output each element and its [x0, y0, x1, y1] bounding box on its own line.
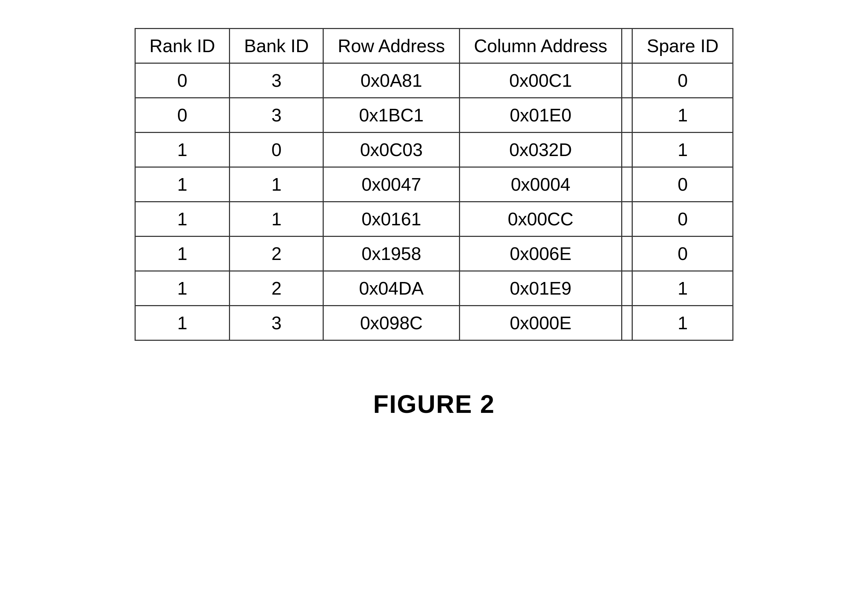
cell-bank-id: 1 — [230, 202, 323, 236]
cell-rank-id: 1 — [135, 271, 230, 306]
cell-row-address: 0x0A81 — [323, 63, 459, 98]
cell-row-address: 0x04DA — [323, 271, 459, 306]
cell-col-address: 0x0004 — [459, 167, 622, 202]
col-header-empty — [622, 29, 632, 63]
cell-bank-id: 0 — [230, 133, 323, 167]
cell-row-address: 0x0C03 — [323, 133, 459, 167]
data-table: Rank ID Bank ID Row Address Column Addre… — [135, 28, 734, 341]
table-row: 100x0C030x032D1 — [135, 133, 733, 167]
cell-col-address: 0x00CC — [459, 202, 622, 236]
col-header-col-address: Column Address — [459, 29, 622, 63]
cell-spare-id: 0 — [632, 167, 733, 202]
cell-empty — [622, 63, 632, 98]
table-row: 110x01610x00CC0 — [135, 202, 733, 236]
cell-rank-id: 1 — [135, 236, 230, 271]
table-row: 030x0A810x00C10 — [135, 63, 733, 98]
table-row: 030x1BC10x01E01 — [135, 98, 733, 133]
cell-spare-id: 1 — [632, 98, 733, 133]
cell-spare-id: 0 — [632, 202, 733, 236]
cell-col-address: 0x00C1 — [459, 63, 622, 98]
cell-rank-id: 0 — [135, 63, 230, 98]
cell-spare-id: 1 — [632, 271, 733, 306]
cell-empty — [622, 202, 632, 236]
cell-bank-id: 1 — [230, 167, 323, 202]
cell-rank-id: 1 — [135, 306, 230, 340]
cell-bank-id: 3 — [230, 98, 323, 133]
cell-col-address: 0x01E0 — [459, 98, 622, 133]
table-row: 110x00470x00040 — [135, 167, 733, 202]
cell-row-address: 0x0047 — [323, 167, 459, 202]
table-row: 130x098C0x000E1 — [135, 306, 733, 340]
cell-bank-id: 2 — [230, 271, 323, 306]
cell-rank-id: 1 — [135, 167, 230, 202]
cell-empty — [622, 133, 632, 167]
cell-spare-id: 1 — [632, 306, 733, 340]
cell-bank-id: 2 — [230, 236, 323, 271]
cell-row-address: 0x098C — [323, 306, 459, 340]
figure-caption: FIGURE 2 — [373, 390, 494, 418]
col-header-row-address: Row Address — [323, 29, 459, 63]
cell-col-address: 0x000E — [459, 306, 622, 340]
cell-empty — [622, 167, 632, 202]
header-row: Rank ID Bank ID Row Address Column Addre… — [135, 29, 733, 63]
cell-spare-id: 0 — [632, 63, 733, 98]
cell-row-address: 0x0161 — [323, 202, 459, 236]
cell-spare-id: 0 — [632, 236, 733, 271]
cell-rank-id: 0 — [135, 98, 230, 133]
cell-spare-id: 1 — [632, 133, 733, 167]
table-container: Rank ID Bank ID Row Address Column Addre… — [135, 28, 734, 341]
cell-row-address: 0x1BC1 — [323, 98, 459, 133]
cell-col-address: 0x01E9 — [459, 271, 622, 306]
cell-empty — [622, 271, 632, 306]
cell-rank-id: 1 — [135, 133, 230, 167]
cell-rank-id: 1 — [135, 202, 230, 236]
cell-empty — [622, 236, 632, 271]
cell-col-address: 0x032D — [459, 133, 622, 167]
cell-empty — [622, 306, 632, 340]
cell-bank-id: 3 — [230, 63, 323, 98]
col-header-bank-id: Bank ID — [230, 29, 323, 63]
table-row: 120x04DA0x01E91 — [135, 271, 733, 306]
cell-bank-id: 3 — [230, 306, 323, 340]
cell-empty — [622, 98, 632, 133]
cell-row-address: 0x1958 — [323, 236, 459, 271]
cell-col-address: 0x006E — [459, 236, 622, 271]
col-header-rank-id: Rank ID — [135, 29, 230, 63]
col-header-spare-id: Spare ID — [632, 29, 733, 63]
table-row: 120x19580x006E0 — [135, 236, 733, 271]
